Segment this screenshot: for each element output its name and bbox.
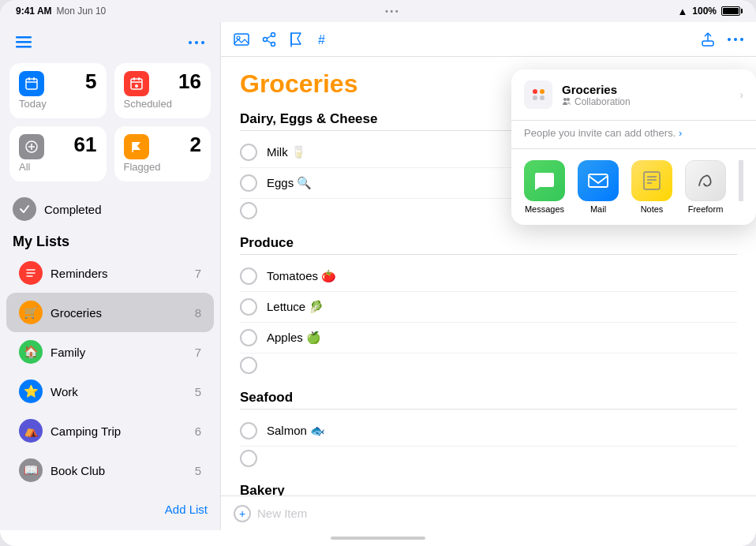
bookclub-count: 5 [195, 464, 201, 477]
app-notes[interactable]: Notes [631, 160, 672, 214]
app-extra[interactable] [739, 160, 743, 214]
list-item-family[interactable]: 🏠 Family 7 [6, 332, 214, 372]
svg-rect-6 [26, 79, 37, 89]
svg-point-33 [728, 38, 731, 41]
all-icon [19, 134, 44, 159]
smart-card-flagged[interactable]: 2 Flagged [114, 126, 211, 181]
freeform-icon [685, 160, 726, 201]
image-icon[interactable] [234, 32, 249, 47]
reminders-name: Reminders [51, 267, 195, 280]
svg-point-14 [135, 84, 138, 88]
salmon-checkbox[interactable] [240, 422, 257, 439]
list-item-groceries[interactable]: 🛒 Groceries 8 [6, 293, 214, 332]
upload-icon[interactable] [701, 32, 715, 47]
groceries-icon: 🛒 [19, 301, 43, 324]
extra-icon [739, 160, 743, 201]
groceries-name: Groceries [51, 306, 195, 320]
svg-point-35 [740, 38, 743, 41]
sidebar-more-button[interactable] [185, 32, 208, 54]
empty-seafood-checkbox[interactable] [240, 450, 257, 467]
battery-percent: 100% [692, 6, 717, 17]
svg-rect-8 [33, 77, 35, 80]
list-item-work[interactable]: ⭐ Work 5 [6, 372, 214, 411]
app-freeform[interactable]: Freeform [685, 160, 726, 214]
app-messages[interactable]: Messages [524, 160, 565, 214]
svg-rect-11 [133, 77, 135, 80]
svg-point-25 [264, 37, 268, 41]
scheduled-label: Scheduled [124, 98, 202, 110]
svg-point-26 [271, 42, 275, 46]
svg-point-3 [189, 41, 192, 44]
collab-sub: Collaboration [562, 96, 730, 107]
today-count: 5 [85, 71, 96, 92]
freeform-label: Freeform [688, 204, 724, 214]
status-dots: • • • [385, 7, 398, 16]
smart-card-scheduled[interactable]: 16 Scheduled [114, 63, 211, 118]
collab-arrow-icon[interactable]: › [739, 88, 743, 101]
milk-checkbox[interactable] [240, 144, 257, 161]
toolbar-right [701, 32, 743, 47]
bakery-header-row: Bakery ⌄ [240, 483, 737, 496]
apples-text: Apples 🍏 [267, 331, 321, 345]
svg-rect-39 [644, 172, 660, 189]
collab-invite-text: People you invite can add others. [524, 127, 676, 139]
collab-info: Groceries Collaboration [562, 83, 730, 107]
completed-item[interactable]: Completed [0, 191, 220, 227]
home-bar [331, 537, 425, 540]
new-item-text: New Item [257, 507, 307, 520]
smart-card-all[interactable]: 61 All [9, 126, 107, 181]
lettuce-checkbox[interactable] [240, 298, 257, 316]
lettuce-text: Lettuce 🥬 [267, 300, 324, 314]
section-bakery: Bakery ⌄ Croissants 🥐 [240, 483, 737, 496]
flagged-icon [124, 134, 149, 159]
add-list-button[interactable]: Add List [0, 495, 220, 524]
sidebar-top-bar [0, 28, 220, 63]
list-item-reminders[interactable]: Reminders 7 [6, 253, 214, 293]
svg-point-34 [734, 38, 737, 41]
svg-rect-38 [589, 174, 608, 187]
smart-card-today[interactable]: 5 Today [9, 63, 107, 118]
collab-title: Groceries [562, 83, 730, 96]
bakery-chevron[interactable]: ⌄ [728, 489, 737, 496]
svg-rect-12 [138, 77, 140, 80]
family-icon: 🏠 [19, 340, 43, 364]
camping-count: 6 [195, 424, 201, 438]
collab-subtitle: Collaboration [574, 96, 631, 107]
app-mail[interactable]: Mail [578, 160, 619, 214]
collab-invite-link[interactable]: › [679, 127, 682, 139]
more-options-button[interactable] [728, 37, 743, 42]
main-panel: # Groceries Dairy, Eggs & Cheese [221, 22, 756, 530]
status-time: 9:41 AM [16, 6, 52, 17]
eggs-text: Eggs 🔍 [267, 176, 312, 190]
work-name: Work [51, 385, 195, 398]
eggs-checkbox[interactable] [240, 174, 257, 192]
svg-line-28 [267, 36, 271, 39]
section-produce: Produce Tomatoes 🍅 Lettuce 🥬 Apples 🍏 [240, 235, 737, 377]
todo-salmon: Salmon 🐟 [240, 416, 737, 447]
status-bar: 9:41 AM Mon Jun 10 • • • ▲ 100% [0, 0, 756, 22]
list-item-bookclub[interactable]: 📖 Book Club 5 [6, 451, 214, 490]
my-lists-header: My Lists [0, 227, 220, 253]
apples-checkbox[interactable] [240, 329, 257, 346]
tag-icon[interactable]: # [316, 32, 331, 47]
empty-dairy-checkbox[interactable] [240, 202, 257, 219]
share-icon[interactable] [262, 32, 276, 47]
list-item-camping[interactable]: ⛺ Camping Trip 6 [6, 411, 214, 451]
new-item-bar[interactable]: + New Item [221, 496, 756, 530]
camping-name: Camping Trip [51, 424, 195, 438]
bookclub-name: Book Club [51, 464, 195, 477]
tomatoes-checkbox[interactable] [240, 267, 257, 285]
device-frame: 9:41 AM Mon Jun 10 • • • ▲ 100% [0, 0, 756, 546]
sidebar-toggle-button[interactable] [13, 32, 35, 54]
completed-icon [13, 197, 36, 221]
empty-produce-checkbox[interactable] [240, 357, 257, 374]
messages-icon [524, 160, 565, 201]
completed-label: Completed [44, 203, 102, 216]
produce-title: Produce [240, 235, 737, 255]
messages-label: Messages [525, 204, 564, 214]
flag-icon[interactable] [289, 32, 303, 47]
scheduled-icon [124, 71, 149, 96]
sidebar: 5 Today 16 Scheduled [0, 22, 221, 530]
flagged-count: 2 [190, 134, 201, 155]
collab-avatar [524, 80, 552, 109]
